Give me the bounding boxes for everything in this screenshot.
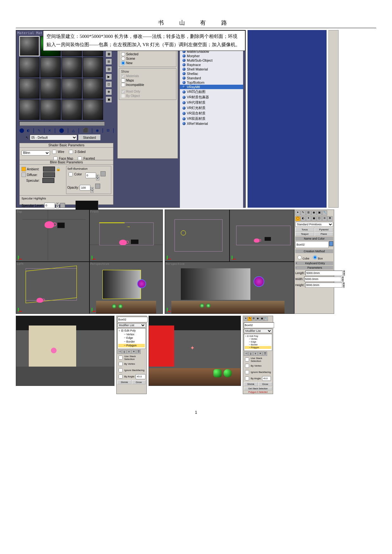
ignore-backfacing-checkbox[interactable]: Ignore Backfacing bbox=[244, 369, 272, 375]
by-angle-checkbox[interactable]: By Angle: bbox=[117, 374, 146, 380]
cube-radio[interactable]: Cube bbox=[296, 254, 309, 260]
torus-button[interactable]: Torus bbox=[295, 228, 314, 232]
length-input[interactable] bbox=[305, 271, 343, 276]
si-map-button[interactable] bbox=[101, 171, 106, 176]
get-stack-button[interactable]: Get Stack Selection bbox=[244, 387, 272, 390]
material-slot[interactable] bbox=[83, 100, 103, 120]
slot-scrollbar[interactable] bbox=[19, 121, 105, 126]
primitive-category-dropdown[interactable]: Standard Primitives bbox=[295, 222, 333, 227]
list-item[interactable]: Raytrace bbox=[180, 63, 243, 67]
object-name-input[interactable] bbox=[295, 241, 329, 248]
material-slot[interactable] bbox=[19, 78, 40, 99]
material-slot[interactable] bbox=[62, 100, 82, 120]
systems-icon[interactable]: ❋ bbox=[328, 216, 333, 221]
material-type-button[interactable]: Standard bbox=[78, 135, 101, 140]
browse-new[interactable]: New bbox=[121, 61, 174, 65]
material-slot[interactable] bbox=[62, 57, 82, 77]
show-incompatible[interactable]: Incompatible bbox=[121, 83, 174, 87]
list-item[interactable]: Shell Material bbox=[180, 67, 243, 71]
move-gizmo[interactable] bbox=[137, 279, 146, 288]
by-angle-checkbox[interactable]: By Angle: bbox=[244, 375, 272, 381]
list-item[interactable]: VR材质包裹器 bbox=[180, 94, 243, 100]
configure-icon[interactable]: ☰ bbox=[136, 350, 141, 354]
list-item[interactable]: Shellac bbox=[180, 71, 243, 76]
viewport-top[interactable] bbox=[165, 210, 230, 262]
ignore-backfacing-checkbox[interactable]: Ignore Backfacing bbox=[117, 367, 146, 373]
width-input[interactable] bbox=[304, 277, 341, 282]
list-item-selected[interactable]: VRayMtl bbox=[180, 85, 243, 89]
creation-method-header[interactable]: Creation Method bbox=[295, 249, 333, 253]
material-slot[interactable] bbox=[40, 57, 61, 77]
spinner-icon[interactable]: ▴▾ bbox=[343, 282, 345, 288]
modifier-list-dropdown[interactable]: Modifier List bbox=[117, 323, 146, 327]
modify-tab-icon[interactable]: ✎ bbox=[301, 210, 306, 216]
room-perspective-2[interactable]: Perspective ✦ bbox=[149, 316, 241, 386]
list-item[interactable]: VR双面材质 bbox=[180, 116, 243, 121]
preview-icon[interactable]: ▶ bbox=[106, 74, 112, 80]
pin-icon[interactable]: ⊣ bbox=[117, 350, 122, 354]
mat-map-nav-icon[interactable]: ▣ bbox=[106, 97, 112, 102]
si-value-input[interactable] bbox=[85, 173, 96, 178]
opacity-map-button[interactable] bbox=[95, 184, 100, 189]
by-vertex-checkbox[interactable]: By Vertex bbox=[244, 363, 272, 369]
stack-toolbar[interactable]: ⊣||∨✕☰ bbox=[244, 351, 272, 356]
shader-dropdown[interactable]: Blinn bbox=[21, 150, 50, 155]
wire-checkbox[interactable]: Wire bbox=[51, 149, 64, 155]
viewport-perspective[interactable]: Perspective bbox=[165, 262, 294, 314]
by-vertex-checkbox[interactable]: By Vertex bbox=[117, 361, 146, 367]
lock-ad-icon[interactable]: 🔒 bbox=[56, 167, 61, 171]
show-end-icon[interactable]: || bbox=[122, 350, 126, 354]
motion-tab-icon[interactable]: ◉ bbox=[311, 210, 316, 216]
use-stack-checkbox[interactable]: Use Stack Selection bbox=[117, 355, 146, 361]
list-item[interactable]: VR混合材质 bbox=[180, 111, 243, 116]
spec-level-input[interactable] bbox=[44, 203, 55, 208]
helpers-icon[interactable]: ⊡ bbox=[317, 216, 322, 221]
spec-map-button[interactable] bbox=[60, 203, 65, 208]
spinner-icon[interactable]: ▴▾ bbox=[343, 270, 345, 276]
pyramid-button[interactable]: Pyramid bbox=[315, 228, 334, 232]
list-item[interactable]: VR灯光材质 bbox=[180, 105, 243, 111]
command-tabs[interactable]: ✦✎⊞◉▣🔧 bbox=[295, 210, 333, 216]
list-item[interactable]: Top/Bottom bbox=[180, 80, 243, 85]
show-maps[interactable]: Maps bbox=[121, 78, 174, 82]
box-radio[interactable]: Box bbox=[311, 254, 323, 260]
utility-tab-icon[interactable]: 🔧 bbox=[322, 210, 327, 216]
ambient-swatch[interactable] bbox=[43, 167, 55, 172]
browse-selected[interactable]: Selected bbox=[121, 52, 174, 56]
spinner-icon[interactable]: ▴▾ bbox=[96, 175, 99, 180]
select-by-mat-icon[interactable]: ❋ bbox=[106, 89, 112, 95]
plane-button[interactable]: Plane bbox=[315, 232, 334, 236]
rollout-title[interactable]: Shader Basic Parameters bbox=[20, 143, 113, 148]
video-check-icon[interactable]: ▤ bbox=[106, 66, 112, 72]
browse-scene[interactable]: Scene bbox=[121, 57, 174, 61]
height-input[interactable] bbox=[305, 283, 342, 288]
object-name-input[interactable] bbox=[117, 317, 148, 322]
list-item[interactable]: Standard bbox=[180, 76, 243, 80]
opacity-input[interactable] bbox=[80, 185, 90, 191]
spinner-icon[interactable]: ▴▾ bbox=[342, 276, 344, 282]
use-stack-checkbox[interactable]: Use Stack Selection bbox=[244, 356, 272, 362]
rollout-title[interactable]: Blinn Basic Parameters bbox=[20, 160, 113, 165]
background-icon[interactable]: ▦ bbox=[106, 51, 112, 57]
viewport-top[interactable]: Top bbox=[16, 210, 89, 262]
material-slot[interactable] bbox=[40, 100, 61, 120]
lock-icon[interactable] bbox=[21, 167, 26, 171]
material-slot[interactable] bbox=[19, 100, 40, 120]
shrink-button[interactable]: Shrink bbox=[117, 380, 132, 384]
modifier-stack[interactable]: ♀ ⊟ Edit Poly ┄ Vertex ┄ Edge ┄ Border ┄… bbox=[244, 334, 272, 351]
list-item[interactable]: VR凹凸贴图 bbox=[180, 89, 243, 94]
list-item[interactable]: VR代理材质 bbox=[180, 100, 243, 105]
angle-input[interactable] bbox=[136, 374, 146, 379]
stack-toolbar[interactable]: ⊣||∨✕☰ bbox=[117, 350, 146, 354]
spinner-icon[interactable]: ▴▾ bbox=[56, 203, 59, 208]
viewport-left[interactable]: Left bbox=[16, 262, 89, 314]
diffuse-swatch[interactable] bbox=[43, 172, 55, 177]
keyboard-entry-header[interactable]: +Keyboard Entry bbox=[295, 261, 333, 265]
pick-icon[interactable]: ↖ bbox=[26, 136, 28, 140]
hierarchy-tab-icon[interactable]: ⊞ bbox=[306, 210, 311, 216]
modifier-stack[interactable]: ♀ ⊟ Edit Poly ┄ Vertex ┄ Edge ┄ Border ┄… bbox=[117, 328, 146, 349]
material-slot[interactable] bbox=[83, 78, 103, 99]
remove-icon[interactable]: ✕ bbox=[132, 350, 136, 354]
object-name-input[interactable] bbox=[244, 322, 274, 328]
spinner-icon[interactable]: ▴▾ bbox=[90, 187, 94, 193]
